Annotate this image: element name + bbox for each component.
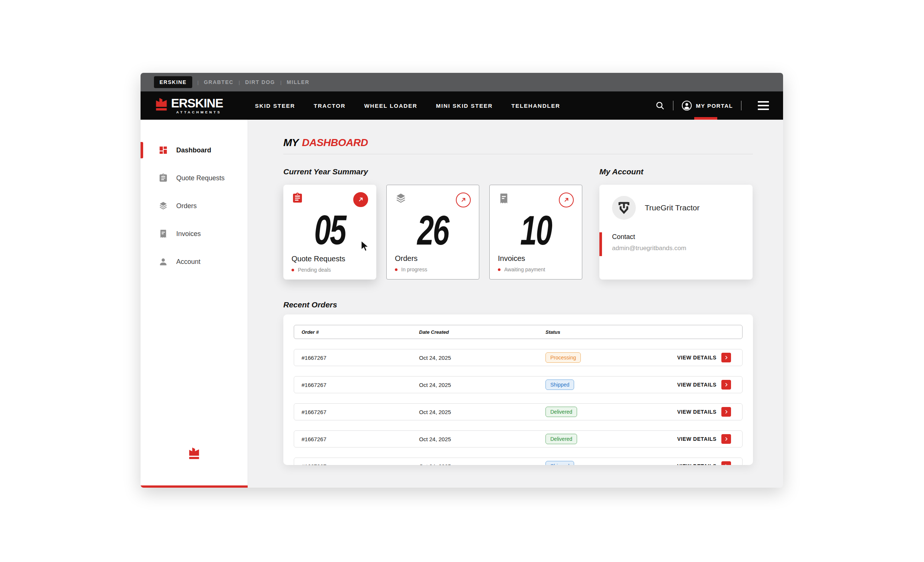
summary-card-invoices[interactable]: 10 Invoices Awaiting payment	[489, 185, 582, 280]
order-row: #1667267 Oct 24, 2025 Delivered VIEW DET…	[294, 403, 742, 420]
recent-orders-heading: Recent Orders	[284, 300, 753, 309]
clipboard-icon	[291, 192, 303, 204]
erskine-logo[interactable]: ERSKINE ATTACHMENTS	[154, 97, 223, 114]
column-header-date: Date Created	[419, 329, 546, 335]
arrow-up-right-icon	[460, 196, 467, 204]
order-row: #1667267 Oct 24, 2025 Shipped VIEW DETAI…	[294, 376, 742, 393]
chevron-right-icon	[724, 382, 729, 387]
chevron-right-button[interactable]	[722, 434, 731, 444]
sidebar-item-label: Orders	[176, 202, 197, 210]
dashboard-icon	[158, 145, 168, 155]
page-title-dashboard: DASHBOARD	[302, 137, 368, 149]
view-details-button[interactable]: VIEW DETAILS	[677, 353, 731, 363]
bullet-dot	[498, 268, 501, 271]
hamburger-menu-icon[interactable]	[758, 101, 769, 110]
sidebar-item-label: Invoices	[176, 230, 201, 238]
contact-accent-bar	[599, 232, 602, 256]
order-date: Oct 24, 2025	[419, 382, 546, 388]
nav-skid-steer[interactable]: SKID STEER	[255, 103, 295, 109]
nav-tractor[interactable]: TRACTOR	[314, 103, 346, 109]
truegrit-monogram-icon	[616, 200, 632, 216]
header-divider	[741, 101, 741, 110]
view-details-button[interactable]: VIEW DETAILS	[677, 380, 731, 390]
open-invoices-button[interactable]	[559, 193, 574, 207]
order-row: #1667267 Oct 24, 2025 Processing VIEW DE…	[294, 349, 742, 366]
clipboard-icon	[158, 173, 168, 183]
sidebar-footer	[141, 447, 248, 461]
bullet-dot	[291, 269, 294, 271]
view-details-label: VIEW DETAILS	[677, 382, 717, 388]
header-controls: MY PORTAL	[655, 91, 769, 120]
invoices-count: 10	[508, 213, 563, 248]
sidebar-item-orders[interactable]: Orders	[141, 197, 248, 215]
nav-wheel-loader[interactable]: WHEEL LOADER	[364, 103, 417, 109]
orders-table-header: Order # Date Created Status	[294, 325, 742, 339]
order-row: #1667267 Oct 24, 2025 Delivered VIEW DET…	[294, 430, 742, 448]
sidebar-item-label: Quote Requests	[176, 174, 225, 182]
brand-tab-miller[interactable]: MILLER	[286, 79, 309, 85]
brand-separator: |	[198, 79, 198, 85]
summary-card-quote-requests[interactable]: 05 Quote Requests Pending deals	[284, 185, 376, 280]
view-details-button[interactable]: VIEW DETAILS	[677, 434, 731, 444]
chevron-right-icon	[724, 463, 729, 465]
status-badge: Processing	[546, 352, 581, 363]
crown-icon	[188, 447, 200, 461]
chevron-right-button[interactable]	[722, 407, 731, 417]
card-label: Invoices	[498, 254, 574, 263]
chevron-right-button[interactable]	[722, 353, 731, 363]
company-name: TrueGrit Tractor	[645, 203, 699, 212]
orders-count: 26	[406, 213, 460, 248]
card-note: Awaiting payment	[504, 267, 545, 273]
brand-separator: |	[239, 79, 240, 85]
chevron-right-button[interactable]	[722, 461, 731, 465]
order-date: Oct 24, 2025	[419, 463, 546, 465]
sidebar-accent-line	[141, 486, 248, 488]
nav-mini-skid-steer[interactable]: MINI SKID STEER	[436, 103, 493, 109]
view-details-label: VIEW DETAILS	[677, 355, 717, 361]
chevron-right-button[interactable]	[722, 380, 731, 390]
person-icon	[158, 257, 168, 267]
layers-icon	[395, 193, 407, 204]
active-nav-indicator	[694, 117, 717, 120]
page-title-my: MY	[284, 137, 298, 149]
open-orders-button[interactable]	[456, 193, 471, 207]
order-number: #1667267	[294, 355, 419, 361]
view-details-button[interactable]: VIEW DETAILS	[677, 407, 731, 417]
sidebar-item-account[interactable]: Account	[141, 253, 248, 271]
contact-block: Contact admin@truegritbands.com	[599, 233, 753, 252]
view-details-button[interactable]: VIEW DETAILS	[677, 461, 731, 465]
card-label: Quote Requests	[291, 255, 368, 263]
chevron-right-icon	[724, 355, 729, 360]
brand-tab-dirtdog[interactable]: DIRT DOG	[245, 79, 275, 85]
my-portal-button[interactable]: MY PORTAL	[682, 91, 733, 120]
card-label: Orders	[395, 254, 471, 263]
column-header-status: Status	[546, 329, 742, 335]
dashboard-content: MY DASHBOARD Current Year Summary	[248, 120, 783, 488]
view-details-label: VIEW DETAILS	[677, 409, 717, 415]
order-number: #1667267	[294, 463, 419, 465]
status-badge: Delivered	[546, 407, 577, 417]
bullet-dot	[395, 268, 398, 271]
view-details-label: VIEW DETAILS	[677, 463, 717, 465]
sidebar-item-dashboard[interactable]: Dashboard	[141, 141, 248, 159]
order-date: Oct 24, 2025	[419, 436, 546, 442]
arrow-up-right-icon	[562, 196, 570, 204]
search-icon[interactable]	[655, 101, 665, 110]
order-date: Oct 24, 2025	[419, 355, 546, 361]
sidebar-item-invoices[interactable]: Invoices	[141, 225, 248, 243]
receipt-icon	[158, 229, 168, 238]
main-nav: SKID STEER TRACTOR WHEEL LOADER MINI SKI…	[255, 103, 560, 109]
page-title: MY DASHBOARD	[284, 137, 753, 149]
brand-tab-grabtec[interactable]: GRABTEC	[204, 79, 234, 85]
recent-orders-card: Order # Date Created Status #1667267 Oct…	[284, 315, 753, 465]
contact-email: admin@truegritbands.com	[612, 244, 753, 252]
title-divider	[284, 154, 753, 154]
nav-telehandler[interactable]: TELEHANDLER	[511, 103, 560, 109]
sidebar-item-quote-requests[interactable]: Quote Requests	[141, 169, 248, 187]
status-badge: Shipped	[546, 461, 574, 465]
brand-tab-erskine[interactable]: ERSKINE	[154, 76, 192, 88]
view-details-label: VIEW DETAILS	[677, 436, 717, 442]
header-divider	[673, 101, 674, 110]
summary-card-orders[interactable]: 26 Orders In progress	[386, 185, 479, 280]
open-quote-requests-button[interactable]	[353, 192, 368, 207]
